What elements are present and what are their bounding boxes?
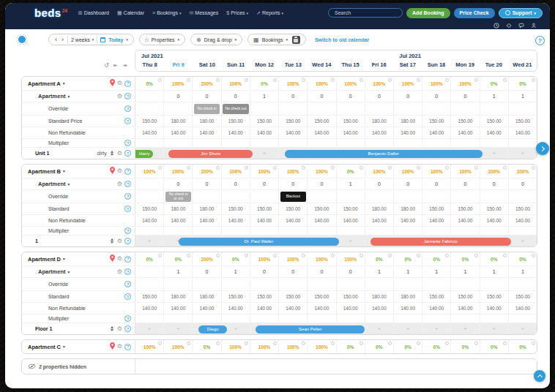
help-icon[interactable]: ? bbox=[124, 150, 131, 157]
rate-cell[interactable]: 140.00 bbox=[221, 215, 250, 226]
rate-cell[interactable]: 180.00 bbox=[192, 291, 220, 302]
nav-item-messages[interactable]: ✉Messages bbox=[189, 10, 218, 16]
booking-cell[interactable]: + bbox=[135, 235, 163, 246]
rate-cell[interactable] bbox=[393, 102, 422, 115]
gear-icon[interactable]: ⚙ bbox=[117, 168, 122, 174]
rate-cell[interactable] bbox=[480, 139, 508, 147]
rate-cell[interactable]: 140.00 bbox=[192, 215, 220, 226]
availability-cell[interactable]: 0 bbox=[307, 266, 335, 277]
support-button[interactable]: Support ▾ bbox=[499, 8, 543, 18]
availability-cell[interactable]: 0 bbox=[278, 91, 307, 102]
rate-cell[interactable]: 150.00 bbox=[250, 203, 278, 214]
add-booking-plus-icon[interactable]: + bbox=[263, 150, 267, 157]
rate-cell[interactable]: 150.00 bbox=[480, 116, 508, 127]
rate-cell[interactable]: 150.00 bbox=[221, 203, 250, 214]
rate-cell[interactable] bbox=[393, 227, 422, 235]
rate-cell[interactable] bbox=[422, 314, 450, 323]
rate-cell[interactable] bbox=[135, 227, 163, 235]
room-type-name[interactable]: Apartment bbox=[28, 93, 66, 99]
rate-cell[interactable]: 180.00 bbox=[163, 203, 192, 214]
rate-cell[interactable]: 140.00 bbox=[450, 215, 479, 226]
day-header[interactable]: Sun 11 bbox=[221, 60, 250, 71]
availability-cell[interactable]: 0 bbox=[365, 91, 393, 102]
rate-cell[interactable]: 140.00 bbox=[336, 215, 365, 226]
rate-cell[interactable]: 150.00 bbox=[307, 291, 335, 302]
rate-cell[interactable] bbox=[250, 227, 278, 235]
availability-cell[interactable]: 1 bbox=[250, 91, 278, 102]
rate-cell[interactable]: 150.00 bbox=[135, 291, 163, 302]
rate-cell[interactable] bbox=[336, 190, 365, 203]
add-booking-plus-icon[interactable]: + bbox=[521, 325, 525, 332]
availability-cell[interactable]: 0 bbox=[192, 178, 220, 189]
rate-cell[interactable]: 140.00 bbox=[250, 215, 278, 226]
reload-icon[interactable]: ↺ bbox=[104, 62, 109, 69]
rate-cell[interactable]: 140.00 bbox=[307, 303, 335, 314]
rate-cell[interactable]: 150.00 bbox=[422, 203, 450, 214]
availability-cell[interactable]: 0 bbox=[508, 178, 537, 189]
help-icon[interactable]: ? bbox=[124, 238, 131, 244]
clock-icon[interactable] bbox=[493, 23, 499, 29]
room-type-name[interactable]: Apartment bbox=[28, 181, 66, 187]
booking-bar[interactable]: Dr. Paul Waller bbox=[179, 238, 339, 246]
availability-cell[interactable]: 1 bbox=[393, 266, 422, 277]
stepper-icon[interactable] bbox=[111, 151, 113, 157]
rate-cell[interactable]: 140.00 bbox=[278, 303, 307, 314]
availability-cell[interactable]: 0 bbox=[450, 91, 479, 102]
rate-cell[interactable]: 140.00 bbox=[365, 127, 393, 138]
rate-cell[interactable] bbox=[192, 227, 220, 235]
rate-cell[interactable]: 140.00 bbox=[307, 127, 335, 138]
rate-cell[interactable]: 180.00 bbox=[365, 291, 393, 302]
map-pin-icon[interactable] bbox=[110, 167, 115, 176]
property-name[interactable]: Apartment C bbox=[28, 344, 61, 350]
map-pin-icon[interactable] bbox=[110, 342, 115, 351]
availability-cell[interactable]: 1 bbox=[422, 266, 450, 277]
booking-cell[interactable]: + bbox=[135, 323, 163, 334]
rate-cell[interactable] bbox=[135, 102, 163, 115]
rate-cell[interactable] bbox=[221, 314, 250, 323]
rate-cell[interactable] bbox=[135, 190, 163, 203]
rate-cell[interactable] bbox=[450, 139, 479, 147]
scroll-right-button[interactable] bbox=[536, 142, 549, 155]
rate-cell[interactable]: 150.00 bbox=[508, 116, 537, 127]
nav-item-reports[interactable]: ↗Reports▾ bbox=[256, 10, 283, 16]
booking-cell[interactable]: + bbox=[508, 148, 537, 159]
rate-cell[interactable] bbox=[508, 278, 537, 290]
gear-icon[interactable]: ⚙ bbox=[117, 80, 122, 86]
rate-cell[interactable]: 180.00 bbox=[393, 203, 422, 214]
add-booking-plus-icon[interactable]: + bbox=[521, 238, 525, 244]
availability-cell[interactable]: 1 bbox=[508, 91, 537, 102]
nav-item-calendar[interactable]: ▦Calendar bbox=[117, 10, 144, 16]
day-header[interactable]: Fri 9 bbox=[164, 60, 193, 71]
rate-cell[interactable] bbox=[250, 139, 278, 147]
rate-cell[interactable] bbox=[508, 102, 537, 115]
property-name[interactable]: Apartment A bbox=[28, 80, 61, 87]
rate-cell[interactable] bbox=[163, 102, 192, 115]
add-booking-plus-icon[interactable]: + bbox=[435, 325, 439, 332]
rate-cell[interactable] bbox=[278, 102, 307, 115]
availability-cell[interactable]: 1 bbox=[163, 266, 192, 277]
rate-cell[interactable]: 180.00 bbox=[393, 291, 422, 302]
rate-cell[interactable] bbox=[163, 227, 192, 235]
rate-cell[interactable] bbox=[336, 139, 365, 147]
add-booking-plus-icon[interactable]: + bbox=[148, 325, 152, 332]
rate-cell[interactable] bbox=[450, 102, 479, 115]
nav-item-bookings[interactable]: ≡Bookings▾ bbox=[152, 10, 181, 15]
nav-item-dashboard[interactable]: ⊞Dashboard bbox=[78, 10, 109, 16]
availability-cell[interactable]: 0 bbox=[365, 178, 393, 189]
booking-cell[interactable]: + bbox=[250, 148, 278, 159]
rate-cell[interactable] bbox=[135, 314, 163, 323]
rate-cell[interactable] bbox=[135, 139, 163, 147]
add-booking-plus-icon[interactable]: + bbox=[521, 150, 525, 157]
rate-cell[interactable]: 140.00 bbox=[221, 303, 250, 314]
rate-cell[interactable] bbox=[163, 314, 192, 323]
rate-cell[interactable]: 140.00 bbox=[365, 303, 393, 314]
rate-cell[interactable]: 150.00 bbox=[450, 203, 479, 214]
booking-bar[interactable]: Benjamin Daller bbox=[285, 150, 483, 158]
day-header[interactable]: Sat 17 bbox=[393, 60, 422, 71]
rate-cell[interactable]: 140.00 bbox=[365, 215, 393, 226]
rate-cell[interactable]: 150.00 bbox=[450, 116, 479, 127]
gear-icon[interactable]: ⚙ bbox=[117, 344, 122, 350]
availability-cell[interactable]: 0 bbox=[450, 178, 479, 189]
rate-cell[interactable] bbox=[508, 139, 537, 147]
rate-cell[interactable]: 140.00 bbox=[450, 127, 479, 138]
